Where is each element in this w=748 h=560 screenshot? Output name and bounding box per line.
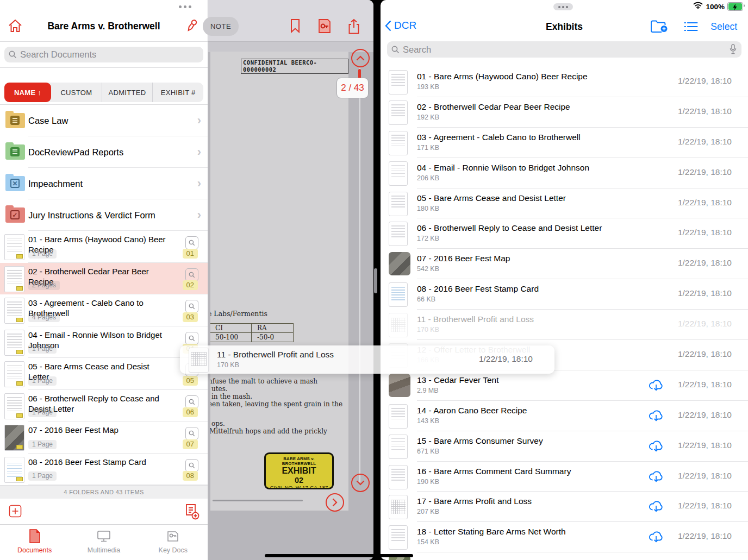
filter-segment[interactable]: NAME ↑ <box>4 83 51 102</box>
bookmark-icon[interactable] <box>290 18 301 36</box>
add-document-icon[interactable] <box>184 503 200 523</box>
page-indicator: 2 / 43 <box>336 78 369 98</box>
document-row[interactable]: 02 - Brotherwell Cedar Pear Beer Recipe … <box>0 263 208 295</box>
tab-item[interactable]: Documents <box>0 525 69 560</box>
share-icon[interactable] <box>347 18 360 37</box>
document-row[interactable]: 08 - 2016 Beer Fest Stamp Card 1 Page 08 <box>0 454 208 486</box>
files-app-window: 100% DCR Exhibits Select Search <box>381 0 748 560</box>
file-row[interactable]: 15 - Bare Arms Consumer Survey 671 KB 1/… <box>381 431 748 462</box>
folder-icon <box>5 113 25 128</box>
file-row[interactable]: 02 - Brotherwell Cedar Pear Beer Recipe … <box>381 97 748 128</box>
chevron-right-icon: › <box>197 208 201 222</box>
file-date: 1/22/19, 18:10 <box>678 258 732 268</box>
key-doc-icon[interactable] <box>317 18 332 36</box>
file-thumbnail <box>389 100 408 125</box>
add-button[interactable] <box>9 505 22 520</box>
page-up-button[interactable] <box>351 49 370 67</box>
preview-magnifier-button[interactable] <box>185 459 198 472</box>
file-row[interactable]: 13 - Cedar Fever Tent 2.9 MB 1/22/19, 18… <box>381 370 748 401</box>
horizontal-scrollbar[interactable] <box>213 500 303 501</box>
file-row[interactable]: 16 - Bare Arms Comment Card Summary 190 … <box>381 462 748 492</box>
folder-row[interactable]: Jury Instructions & Verdict Form › <box>0 199 208 231</box>
bates-stamp: CONFIDENTIAL BEERCO-000000002 <box>241 59 348 74</box>
cloud-download-icon[interactable] <box>648 469 664 485</box>
file-row[interactable]: 11 - Brotherwell Profit and Loss 170 KB … <box>381 310 748 340</box>
preview-magnifier-button[interactable] <box>185 268 198 281</box>
home-icon[interactable] <box>8 18 23 36</box>
file-date: 1/22/19, 18:10 <box>678 76 732 86</box>
cloud-download-icon[interactable] <box>648 439 664 455</box>
microphone-icon[interactable] <box>730 44 737 56</box>
folder-icon <box>5 176 25 191</box>
cloud-download-icon[interactable] <box>648 499 664 515</box>
documents-icon <box>29 529 41 545</box>
file-size: 207 KB <box>417 507 628 517</box>
page-scrubber-track[interactable] <box>359 68 360 482</box>
split-view-divider-handle[interactable] <box>374 268 377 293</box>
file-row[interactable]: 18 - Letter Stating Bare Arms Net Worth … <box>381 522 748 552</box>
file-row[interactable]: 17 - Bare Arms Profit and Loss 207 KB 1/… <box>381 492 748 522</box>
file-name: 08 - 2016 Beer Fest Stamp Card <box>417 284 628 294</box>
exhibit-number-badge: 01 <box>183 249 198 259</box>
file-thumbnail <box>389 161 408 186</box>
folder-row[interactable]: Impeachment › <box>0 168 208 199</box>
folder-name: Jury Instructions & Verdict Form <box>28 199 155 231</box>
window-controls-icon[interactable] <box>553 3 573 10</box>
preview-magnifier-button[interactable] <box>185 300 198 313</box>
tab-item[interactable]: Key Docs <box>139 525 208 560</box>
tab-label: Documents <box>17 546 52 554</box>
file-name: 07 - 2016 Beer Fest Map <box>417 253 628 264</box>
document-row[interactable]: 05 - Bare Arms Cease and Desist Letter 1… <box>0 358 208 390</box>
file-row[interactable]: 14 - Aaron Cano Beer Recipe 143 KB 1/22/… <box>381 401 748 431</box>
document-row[interactable]: 04 - Email - Ronnie Wilson to Bridget Jo… <box>0 326 208 358</box>
cloud-download-icon[interactable] <box>648 408 664 424</box>
file-row[interactable]: 05 - Bare Arms Cease and Desist Letter 1… <box>381 188 748 219</box>
preview-magnifier-button[interactable] <box>185 395 198 408</box>
file-row[interactable]: 06 - Brotherwell Reply to Cease and Desi… <box>381 218 748 249</box>
preview-magnifier-button[interactable] <box>185 332 198 345</box>
document-page: CONFIDENTIAL BEERCO-000000002 CIRA 50-10… <box>210 52 348 511</box>
document-text-line: in the mash. <box>211 393 252 400</box>
partial-file-row[interactable] <box>381 552 748 560</box>
home-indicator[interactable] <box>265 554 413 557</box>
folder-row[interactable]: Case Law › <box>0 105 208 136</box>
cloud-download-icon[interactable] <box>648 378 664 394</box>
list-view-icon[interactable] <box>684 21 698 34</box>
window-controls-icon[interactable] <box>179 5 191 8</box>
document-thumbnail <box>4 361 24 387</box>
drag-ghost-size: 170 KB <box>217 361 239 369</box>
cloud-download-icon[interactable] <box>648 530 664 545</box>
file-row[interactable]: 04 - Email - Ronnie Wilson to Bridget Jo… <box>381 158 748 188</box>
preview-magnifier-button[interactable] <box>185 236 198 249</box>
document-row[interactable]: 07 - 2016 Beer Fest Map 1 Page 07 <box>0 421 208 454</box>
file-name: 04 - Email - Ronnie Wilson to Bridget Jo… <box>417 162 628 173</box>
filter-segment[interactable]: CUSTOM <box>51 83 102 102</box>
preview-magnifier-button[interactable] <box>185 427 198 440</box>
file-row[interactable]: 07 - 2016 Beer Fest Map 542 KB 1/22/19, … <box>381 249 748 279</box>
folder-row[interactable]: DocReviewPad Reports › <box>0 136 208 168</box>
file-row[interactable]: 01 - Bare Arms (Haywood Cano) Beer Recip… <box>381 67 748 97</box>
folder-list: Case Law › DocReviewPad Reports › Impeac… <box>0 105 208 231</box>
file-row[interactable]: 08 - 2016 Beer Fest Stamp Card 66 KB 1/2… <box>381 279 748 310</box>
select-button[interactable]: Select <box>710 21 737 33</box>
file-size: 66 KB <box>417 295 628 304</box>
next-document-button[interactable] <box>326 493 344 512</box>
note-tool-button[interactable]: NOTE <box>203 17 239 36</box>
search-input[interactable]: Search Documents <box>4 47 203 62</box>
drag-ghost-row[interactable]: 11 - Brotherwell Profit and Loss 170 KB … <box>180 345 554 374</box>
document-row[interactable]: 03 - Agreement - Caleb Cano to Brotherwe… <box>0 294 208 326</box>
document-row[interactable]: 01 - Bare Arms (Haywood Cano) Beer Recip… <box>0 231 208 263</box>
file-size: 171 KB <box>417 143 628 153</box>
file-row[interactable]: 03 - Agreement - Caleb Cano to Brotherwe… <box>381 128 748 158</box>
filter-segment[interactable]: ADMITTED <box>102 83 153 102</box>
file-thumbnail <box>389 222 408 246</box>
file-date: 1/22/19, 18:10 <box>678 501 732 511</box>
files-search-input[interactable]: Search <box>387 41 741 58</box>
pin-icon[interactable] <box>184 17 200 36</box>
page-down-button[interactable] <box>351 474 370 492</box>
document-row[interactable]: 06 - Brotherwell Reply to Cease and Desi… <box>0 390 208 422</box>
filter-segment[interactable]: EXHIBIT # <box>152 83 203 102</box>
tab-item[interactable]: Multimedia <box>69 525 138 560</box>
new-folder-icon[interactable] <box>650 20 668 36</box>
back-button[interactable]: DCR <box>385 20 416 32</box>
